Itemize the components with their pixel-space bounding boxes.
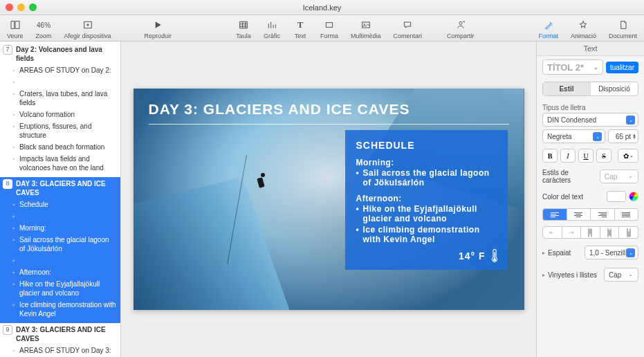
stepper-icon: ⌄ [593,132,602,141]
document-button[interactable]: Document [609,19,637,39]
advanced-text-button[interactable]: ✿⌄ [618,149,638,163]
view-button[interactable]: Veure [7,19,24,39]
paragraph-style-select[interactable]: TÍTOL 2* ⌄ [542,60,603,75]
toolbar: Veure 46% Zoom Afegir dispositiva Reprod… [0,15,644,42]
align-middle-button[interactable] [600,226,620,239]
format-button[interactable]: Format [538,19,558,39]
slide-number: 9 [3,325,12,335]
update-style-button[interactable]: tualitzar [606,62,638,73]
zoom-window-icon[interactable] [29,3,37,11]
outline-bullet[interactable]: Impacts lava fields and volcanoes have o… [19,153,116,174]
outline-bullet[interactable]: Black sand beach formation [19,141,116,153]
window-titlebar: Iceland.key [0,0,644,15]
bold-button[interactable]: B [542,149,558,163]
outline-bullet[interactable]: Sail across the glacial lagoon of Jökuls… [19,234,116,255]
outline-bullet[interactable]: Volcano formation [19,109,116,120]
add-slide-button[interactable]: Afegir dispositiva [64,19,111,39]
outline-slide[interactable]: 7Day 2: Volcanoes and lava fieldsAREAS O… [0,43,120,177]
outline-bullet[interactable]: Afternoon: [19,266,116,278]
font-family-select[interactable]: DIN Condensed ⌄ [542,113,638,127]
svg-rect-0 [11,21,15,29]
align-right-button[interactable] [591,208,615,221]
outline-bullet[interactable]: AREAS OF STUDY on Day 3: [19,345,116,356]
gear-icon: ✿ [623,152,629,160]
stepper-icon: ▲▼ [632,134,636,139]
horizontal-align-buttons [537,205,644,223]
document-title: Iceland.key [303,3,342,12]
slide[interactable]: DAY 3: GLACIERS AND ICE CAVES SCHEDULE M… [134,89,524,310]
font-section-label: Tipus de lletra [537,100,644,113]
afternoon-list: Hike on the Eyjafjallajökull glacier and… [356,203,497,245]
svg-point-6 [364,24,365,25]
style-layout-tabs[interactable]: Estil Disposició [542,82,638,96]
svg-rect-3 [240,21,248,28]
italic-button[interactable]: I [560,149,576,163]
bullets-select[interactable]: Cap ⌄ [604,268,638,282]
spacing-disclosure[interactable]: ▸ Espaiat 1,0 - Senzill ⌄ [537,241,644,264]
svg-rect-4 [326,23,332,28]
text-style-buttons: B I U S ✿⌄ [537,146,644,165]
font-weight-select[interactable]: Negreta ⌄ [542,129,605,143]
morning-label: Morning: [356,158,497,167]
bullets-disclosure[interactable]: ▸ Vinyetes i llistes Cap ⌄ [537,264,644,286]
outline-slide[interactable]: 8DAY 3: GLACIERS AND ICE CAVESSchedule M… [0,177,120,323]
strike-button[interactable]: S [596,149,611,163]
temperature-value: 14° F [459,250,486,262]
align-bottom-button[interactable] [619,226,638,239]
main-area: 7Day 2: Volcanoes and lava fieldsAREAS O… [0,42,644,357]
outline-slide-title: DAY 3: GLACIERS AND ICE CAVES [16,325,116,343]
traffic-lights[interactable] [6,3,37,11]
morning-list: Sail across the glacial lagoon of Jökuls… [356,167,497,188]
color-picker-icon[interactable] [629,192,638,201]
animate-icon [576,19,591,31]
underline-button[interactable]: U [578,149,594,163]
align-left-button[interactable] [542,208,567,221]
inspector-header: Text [537,42,644,56]
share-button[interactable]: Compartir [447,19,475,39]
outline-bullet[interactable]: Hike on the Eyjafjallajökull glacier and… [19,278,116,299]
outline-slide[interactable]: 9DAY 3: GLACIERS AND ICE CAVESAREAS OF S… [0,323,120,357]
media-button[interactable]: Multimèdia [351,19,381,39]
schedule-box[interactable]: SCHEDULE Morning: Sail across the glacia… [345,130,508,270]
font-size-field[interactable]: 65 pt ▲▼ [608,129,638,143]
tab-style[interactable]: Estil [543,82,591,95]
outline-bullet[interactable]: Craters, lava tubes, and lava fields [19,88,116,109]
minimize-window-icon[interactable] [17,3,25,11]
align-justify-button[interactable] [615,208,639,221]
tab-layout[interactable]: Disposició [591,82,638,95]
text-button[interactable]: T Text [293,19,308,39]
outline-slide-title: DAY 3: GLACIERS AND ICE CAVES [16,179,116,197]
slide-title[interactable]: DAY 3: GLACIERS AND ICE CAVES [134,89,524,123]
outline-bullet[interactable]: Schedule [19,199,116,210]
outline-bullet[interactable] [19,210,116,222]
char-styles-select[interactable]: Cap ⌄ [600,170,638,183]
animate-button[interactable]: Animació [571,19,596,39]
chevron-down-icon: ⌄ [626,271,635,280]
outline-bullet[interactable]: Ice climbing demonstration with Kevin An… [19,299,116,320]
align-center-button[interactable] [567,208,591,221]
outline-bullet[interactable]: Morning: [19,222,116,234]
text-color-well[interactable] [607,191,626,202]
comment-icon [400,19,415,31]
play-button[interactable]: Reproduir [145,19,172,39]
shape-button[interactable]: Forma [320,19,338,39]
outline-bullet[interactable]: AREAS OF STUDY on Day 2: [19,64,116,76]
disclosure-triangle-icon: ▸ [542,272,545,278]
table-button[interactable]: Taula [236,19,251,39]
align-top-button[interactable] [581,226,600,239]
slide-canvas[interactable]: DAY 3: GLACIERS AND ICE CAVES SCHEDULE M… [121,42,536,357]
spacing-select[interactable]: 1,0 - Senzill ⌄ [585,246,638,259]
stepper-icon: ⌄ [626,116,635,125]
chart-button[interactable]: Gràfic [264,19,280,39]
outline-bullet[interactable]: Eruptions, fissures, and structure [19,120,116,141]
outline-panel[interactable]: 7Day 2: Volcanoes and lava fieldsAREAS O… [0,42,121,357]
comment-button[interactable]: Comentari [394,19,423,39]
outline-bullet[interactable] [19,255,116,266]
zoom-button[interactable]: 46% Zoom [36,19,52,39]
outline-bullet[interactable] [19,76,116,88]
thermometer-icon [490,248,499,264]
outdent-button[interactable]: ⇤ [542,226,562,239]
close-window-icon[interactable] [6,3,13,11]
chevron-down-icon: ⌄ [626,172,635,181]
indent-button[interactable]: ⇥ [562,226,582,239]
